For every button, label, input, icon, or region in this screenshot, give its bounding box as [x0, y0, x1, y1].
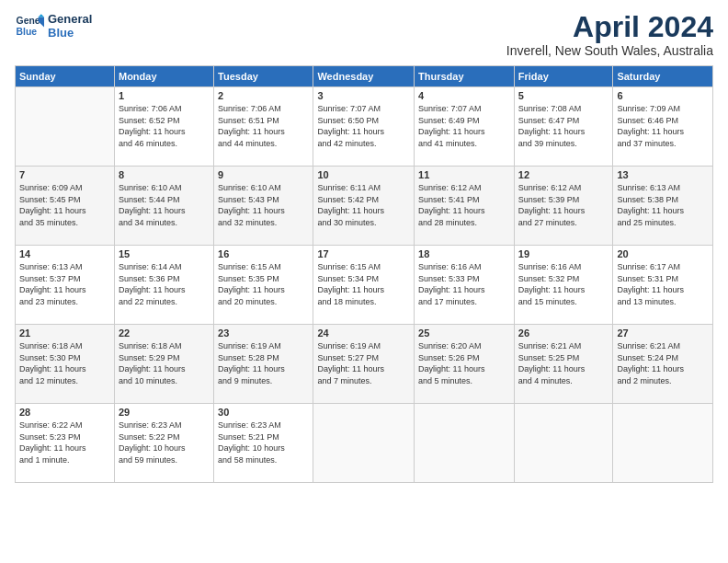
svg-text:Blue: Blue — [17, 27, 38, 37]
calendar-cell: 1Sunrise: 7:06 AM Sunset: 6:52 PM Daylig… — [114, 87, 213, 167]
day-number: 8 — [119, 169, 210, 180]
calendar-cell: 7Sunrise: 6:09 AM Sunset: 5:45 PM Daylig… — [16, 167, 115, 246]
calendar-cell: 8Sunrise: 6:10 AM Sunset: 5:44 PM Daylig… — [114, 167, 213, 246]
calendar-cell: 28Sunrise: 6:22 AM Sunset: 5:23 PM Dayli… — [16, 404, 115, 483]
calendar-cell: 26Sunrise: 6:21 AM Sunset: 5:25 PM Dayli… — [514, 325, 613, 404]
day-info: Sunrise: 6:13 AM Sunset: 5:37 PM Dayligh… — [19, 261, 110, 307]
calendar-day-header: Friday — [514, 66, 613, 87]
day-number: 20 — [617, 248, 709, 259]
day-number: 19 — [518, 248, 609, 259]
day-info: Sunrise: 7:06 AM Sunset: 6:52 PM Dayligh… — [119, 103, 210, 149]
calendar-week-row: 1Sunrise: 7:06 AM Sunset: 6:52 PM Daylig… — [16, 87, 713, 167]
calendar-cell: 30Sunrise: 6:23 AM Sunset: 5:21 PM Dayli… — [214, 404, 313, 483]
day-info: Sunrise: 7:07 AM Sunset: 6:50 PM Dayligh… — [317, 103, 410, 149]
calendar-cell: 3Sunrise: 7:07 AM Sunset: 6:50 PM Daylig… — [313, 87, 415, 167]
day-info: Sunrise: 7:09 AM Sunset: 6:46 PM Dayligh… — [617, 103, 709, 149]
calendar-cell — [514, 404, 613, 483]
day-info: Sunrise: 6:13 AM Sunset: 5:38 PM Dayligh… — [617, 182, 709, 228]
day-number: 29 — [119, 407, 210, 418]
day-number: 27 — [617, 327, 709, 339]
calendar-cell: 24Sunrise: 6:19 AM Sunset: 5:27 PM Dayli… — [313, 325, 415, 404]
calendar-cell: 21Sunrise: 6:18 AM Sunset: 5:30 PM Dayli… — [16, 325, 115, 404]
day-number: 23 — [218, 327, 309, 339]
logo-icon: General Blue — [15, 11, 44, 40]
calendar-week-row: 14Sunrise: 6:13 AM Sunset: 5:37 PM Dayli… — [16, 246, 713, 325]
calendar-header-row: SundayMondayTuesdayWednesdayThursdayFrid… — [16, 66, 713, 87]
day-info: Sunrise: 6:12 AM Sunset: 5:39 PM Dayligh… — [518, 182, 609, 228]
calendar-cell: 5Sunrise: 7:08 AM Sunset: 6:47 PM Daylig… — [514, 87, 613, 167]
day-number: 3 — [317, 90, 410, 101]
calendar-cell: 29Sunrise: 6:23 AM Sunset: 5:22 PM Dayli… — [114, 404, 213, 483]
day-number: 1 — [119, 90, 210, 101]
calendar-cell: 12Sunrise: 6:12 AM Sunset: 5:39 PM Dayli… — [514, 167, 613, 246]
day-info: Sunrise: 6:21 AM Sunset: 5:25 PM Dayligh… — [518, 340, 609, 386]
calendar-day-header: Thursday — [415, 66, 515, 87]
calendar-day-header: Saturday — [613, 66, 713, 87]
calendar-day-header: Monday — [114, 66, 213, 87]
day-info: Sunrise: 6:16 AM Sunset: 5:33 PM Dayligh… — [418, 261, 510, 307]
day-info: Sunrise: 6:20 AM Sunset: 5:26 PM Dayligh… — [418, 340, 510, 386]
day-number: 28 — [19, 407, 110, 418]
day-number: 16 — [218, 248, 309, 259]
calendar-cell — [313, 404, 415, 483]
calendar-day-header: Tuesday — [214, 66, 313, 87]
day-number: 24 — [317, 327, 410, 339]
day-info: Sunrise: 7:07 AM Sunset: 6:49 PM Dayligh… — [418, 103, 510, 149]
day-number: 13 — [617, 169, 709, 180]
calendar-week-row: 21Sunrise: 6:18 AM Sunset: 5:30 PM Dayli… — [16, 325, 713, 404]
calendar-cell: 4Sunrise: 7:07 AM Sunset: 6:49 PM Daylig… — [415, 87, 515, 167]
page-container: General Blue General Blue April 2024 Inv… — [0, 0, 728, 490]
day-info: Sunrise: 6:11 AM Sunset: 5:42 PM Dayligh… — [317, 182, 410, 228]
day-info: Sunrise: 6:12 AM Sunset: 5:41 PM Dayligh… — [418, 182, 510, 228]
day-info: Sunrise: 6:23 AM Sunset: 5:22 PM Dayligh… — [119, 419, 210, 465]
calendar-week-row: 7Sunrise: 6:09 AM Sunset: 5:45 PM Daylig… — [16, 167, 713, 246]
day-info: Sunrise: 6:23 AM Sunset: 5:21 PM Dayligh… — [218, 419, 309, 465]
day-info: Sunrise: 7:06 AM Sunset: 6:51 PM Dayligh… — [218, 103, 309, 149]
calendar-cell: 13Sunrise: 6:13 AM Sunset: 5:38 PM Dayli… — [613, 167, 713, 246]
day-number: 7 — [19, 169, 110, 180]
calendar-cell: 9Sunrise: 6:10 AM Sunset: 5:43 PM Daylig… — [214, 167, 313, 246]
calendar-cell: 16Sunrise: 6:15 AM Sunset: 5:35 PM Dayli… — [214, 246, 313, 325]
day-number: 21 — [19, 327, 110, 339]
day-info: Sunrise: 6:21 AM Sunset: 5:24 PM Dayligh… — [617, 340, 709, 386]
calendar-cell — [16, 87, 115, 167]
subtitle: Inverell, New South Wales, Australia — [506, 43, 713, 58]
day-number: 22 — [119, 327, 210, 339]
header: General Blue General Blue April 2024 Inv… — [15, 11, 713, 58]
day-info: Sunrise: 7:08 AM Sunset: 6:47 PM Dayligh… — [518, 103, 609, 149]
day-number: 12 — [518, 169, 609, 180]
calendar-cell — [415, 404, 515, 483]
calendar-day-header: Wednesday — [313, 66, 415, 87]
day-number: 10 — [317, 169, 410, 180]
day-info: Sunrise: 6:18 AM Sunset: 5:30 PM Dayligh… — [19, 340, 110, 386]
title-block: April 2024 Inverell, New South Wales, Au… — [506, 11, 713, 58]
calendar-cell: 20Sunrise: 6:17 AM Sunset: 5:31 PM Dayli… — [613, 246, 713, 325]
day-info: Sunrise: 6:10 AM Sunset: 5:43 PM Dayligh… — [218, 182, 309, 228]
day-info: Sunrise: 6:09 AM Sunset: 5:45 PM Dayligh… — [19, 182, 110, 228]
day-number: 18 — [418, 248, 510, 259]
day-info: Sunrise: 6:15 AM Sunset: 5:35 PM Dayligh… — [218, 261, 309, 307]
day-info: Sunrise: 6:19 AM Sunset: 5:27 PM Dayligh… — [317, 340, 410, 386]
day-info: Sunrise: 6:16 AM Sunset: 5:32 PM Dayligh… — [518, 261, 609, 307]
day-info: Sunrise: 6:14 AM Sunset: 5:36 PM Dayligh… — [119, 261, 210, 307]
day-info: Sunrise: 6:22 AM Sunset: 5:23 PM Dayligh… — [19, 419, 110, 465]
calendar-week-row: 28Sunrise: 6:22 AM Sunset: 5:23 PM Dayli… — [16, 404, 713, 483]
calendar-cell: 17Sunrise: 6:15 AM Sunset: 5:34 PM Dayli… — [313, 246, 415, 325]
logo-text: General Blue — [48, 12, 92, 40]
calendar-cell: 6Sunrise: 7:09 AM Sunset: 6:46 PM Daylig… — [613, 87, 713, 167]
day-info: Sunrise: 6:10 AM Sunset: 5:44 PM Dayligh… — [119, 182, 210, 228]
day-number: 6 — [617, 90, 709, 101]
day-number: 14 — [19, 248, 110, 259]
day-number: 5 — [518, 90, 609, 101]
calendar-table: SundayMondayTuesdayWednesdayThursdayFrid… — [15, 65, 713, 483]
calendar-cell: 18Sunrise: 6:16 AM Sunset: 5:33 PM Dayli… — [415, 246, 515, 325]
day-info: Sunrise: 6:19 AM Sunset: 5:28 PM Dayligh… — [218, 340, 309, 386]
calendar-cell — [613, 404, 713, 483]
calendar-cell: 10Sunrise: 6:11 AM Sunset: 5:42 PM Dayli… — [313, 167, 415, 246]
calendar-day-header: Sunday — [16, 66, 115, 87]
calendar-cell: 22Sunrise: 6:18 AM Sunset: 5:29 PM Dayli… — [114, 325, 213, 404]
calendar-cell: 2Sunrise: 7:06 AM Sunset: 6:51 PM Daylig… — [214, 87, 313, 167]
day-number: 15 — [119, 248, 210, 259]
day-info: Sunrise: 6:15 AM Sunset: 5:34 PM Dayligh… — [317, 261, 410, 307]
logo: General Blue General Blue — [15, 11, 92, 40]
